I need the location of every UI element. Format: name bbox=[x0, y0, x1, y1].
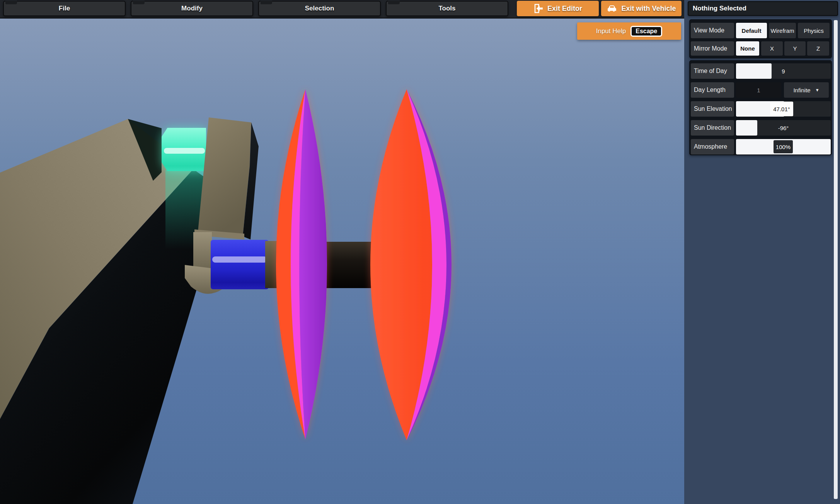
day-length-mode-value: Infinite bbox=[793, 87, 810, 93]
tab-selection-label: Selection bbox=[305, 5, 334, 12]
mirror-mode-option-x[interactable]: X bbox=[761, 41, 783, 56]
tab-modify[interactable]: Modify bbox=[131, 1, 253, 16]
exit-with-vehicle-label: Exit with Vehicle bbox=[621, 5, 676, 13]
pin-cylinder-blue[interactable] bbox=[211, 240, 269, 289]
dropdown-arrow-icon: ▼ bbox=[815, 88, 820, 92]
exit-with-vehicle-button[interactable]: Exit with Vehicle bbox=[601, 1, 682, 16]
sun-elevation-value: 47.01° bbox=[770, 102, 793, 116]
tab-tools-label: Tools bbox=[438, 5, 455, 12]
mirror-mode-option-y[interactable]: Y bbox=[784, 41, 806, 56]
tab-file-label: File bbox=[59, 5, 70, 12]
tab-tools[interactable]: Tools bbox=[386, 1, 508, 16]
selection-header: Nothing Selected bbox=[688, 1, 838, 16]
tab-file[interactable]: File bbox=[3, 1, 126, 16]
view-mode-option-physics[interactable]: Physics bbox=[798, 23, 830, 38]
view-mode-option-wireframe[interactable]: Wirefram bbox=[769, 23, 796, 38]
sun-direction-label: Sun Direction bbox=[691, 120, 734, 136]
mirror-mode-option-none[interactable]: None bbox=[736, 41, 759, 56]
vehicle-icon bbox=[607, 4, 617, 13]
panel-scrollbar[interactable] bbox=[834, 20, 838, 499]
day-length-input[interactable]: 1 bbox=[736, 82, 781, 98]
time-of-day-slider[interactable]: 9 bbox=[736, 63, 831, 79]
view-mode-label: View Mode bbox=[691, 23, 734, 38]
time-of-day-label: Time of Day bbox=[691, 63, 734, 79]
mirror-mode-label: Mirror Mode bbox=[691, 41, 734, 56]
bracket-slab bbox=[193, 232, 212, 271]
tab-modify-label: Modify bbox=[181, 5, 203, 12]
tab-selection[interactable]: Selection bbox=[258, 1, 381, 16]
time-of-day-value: 9 bbox=[736, 63, 831, 79]
glow-block-highlight bbox=[164, 148, 205, 154]
editor-viewport[interactable] bbox=[0, 0, 689, 504]
properties-panel: Nothing Selected View Mode Default Wiref… bbox=[684, 0, 840, 504]
sun-elevation-label: Sun Elevation bbox=[691, 101, 734, 117]
day-length-mode-dropdown[interactable]: Infinite ▼ bbox=[784, 82, 829, 98]
sun-direction-value: -96° bbox=[736, 120, 831, 136]
exit-door-icon bbox=[533, 3, 544, 14]
mirror-mode-option-z[interactable]: Z bbox=[807, 41, 829, 56]
input-help-label: Input Help bbox=[596, 27, 626, 35]
atmosphere-value: 100% bbox=[774, 140, 793, 153]
input-help-bar[interactable]: Input Help Escape bbox=[577, 22, 681, 40]
sun-direction-slider[interactable]: -96° bbox=[736, 120, 831, 136]
axle-cylinder[interactable] bbox=[324, 242, 375, 288]
sun-elevation-slider[interactable]: 47.01° bbox=[736, 101, 831, 117]
pin-highlight bbox=[212, 256, 267, 263]
atmosphere-label: Atmosphere bbox=[691, 139, 734, 154]
view-mode-option-default[interactable]: Default bbox=[736, 23, 767, 38]
display-settings-section: View Mode Default Wirefram Physics Mirro… bbox=[689, 19, 832, 58]
day-length-label: Day Length bbox=[691, 82, 734, 98]
atmosphere-slider[interactable]: 100% bbox=[736, 139, 831, 154]
environment-settings-section: Time of Day 9 Day Length 1 Infinite ▼ Su… bbox=[689, 60, 832, 155]
exit-editor-button[interactable]: Exit Editor bbox=[517, 1, 599, 16]
escape-key-badge: Escape bbox=[630, 26, 662, 37]
exit-editor-label: Exit Editor bbox=[547, 5, 582, 13]
